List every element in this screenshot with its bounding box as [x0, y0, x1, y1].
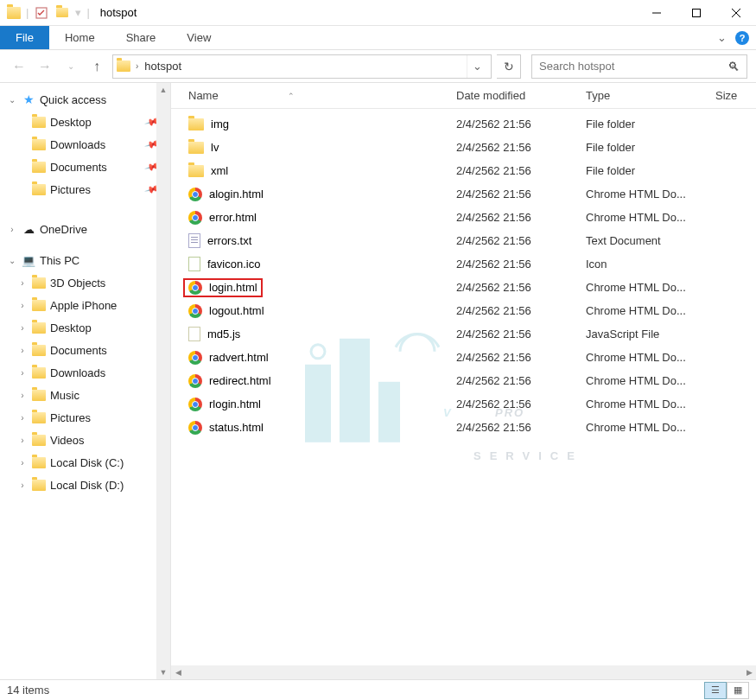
file-row[interactable]: xml2/4/2562 21:56File folder — [171, 159, 756, 182]
sidebar-label: This PC — [40, 254, 79, 267]
file-row[interactable]: errors.txt2/4/2562 21:56Text Document — [171, 229, 756, 252]
file-row[interactable]: md5.js2/4/2562 21:56JavaScript File — [171, 322, 756, 346]
txt-icon — [188, 233, 200, 248]
sidebar-item-pc[interactable]: ›Downloads — [0, 361, 170, 384]
search-input[interactable] — [539, 60, 727, 73]
sidebar-item-quick[interactable]: Documents📌 — [0, 156, 170, 178]
tab-view[interactable]: View — [171, 26, 226, 49]
file-type: File folder — [586, 164, 715, 177]
folder-icon — [32, 277, 46, 289]
folder-icon — [32, 300, 46, 311]
sidebar-scrollbar[interactable]: ▲ ▼ — [156, 83, 170, 679]
sidebar-item-quick[interactable]: Pictures📌 — [0, 178, 170, 200]
file-row[interactable]: lv2/4/2562 21:56File folder — [171, 136, 756, 159]
qat-newfolder-icon[interactable] — [54, 5, 70, 21]
back-button[interactable]: ← — [9, 56, 29, 77]
details-view-button[interactable]: ☰ — [704, 682, 727, 699]
file-type: Chrome HTML Do... — [586, 351, 715, 364]
sidebar-item-pc[interactable]: ›Music — [0, 384, 170, 406]
folder-icon — [188, 118, 204, 130]
sidebar-item-pc[interactable]: ›Local Disk (C:) — [0, 451, 170, 474]
breadcrumb[interactable]: hotspot — [142, 60, 184, 73]
ribbon: File Home Share View ⌄ ? — [0, 26, 756, 50]
sidebar-item-pc[interactable]: ›Apple iPhone — [0, 294, 170, 316]
refresh-button[interactable]: ↻ — [497, 54, 521, 79]
sidebar-label: OneDrive — [40, 223, 87, 236]
search-box[interactable]: 🔍︎ — [531, 54, 747, 79]
sidebar-item-onedrive[interactable]: › ☁ OneDrive — [0, 218, 170, 240]
file-row[interactable]: status.html2/4/2562 21:56Chrome HTML Do.… — [171, 416, 756, 439]
folder-icon — [32, 345, 46, 356]
sidebar-label: Quick access — [40, 93, 106, 106]
file-row[interactable]: alogin.html2/4/2562 21:56Chrome HTML Do.… — [171, 182, 756, 206]
sidebar-item-quick[interactable]: Desktop📌 — [0, 111, 170, 133]
chrome-icon — [188, 211, 202, 225]
file-row[interactable]: error.html2/4/2562 21:56Chrome HTML Do..… — [171, 206, 756, 229]
chevron-right-icon: › — [17, 413, 28, 423]
js-icon — [188, 327, 200, 341]
sidebar-item-quick-access[interactable]: ⌄ ★ Quick access — [0, 88, 170, 111]
maximize-button[interactable] — [677, 0, 716, 26]
sidebar-item-pc[interactable]: ›Videos — [0, 429, 170, 451]
sidebar-label: Documents — [50, 344, 107, 357]
file-name: status.html — [209, 421, 264, 434]
sidebar-label: Local Disk (D:) — [50, 479, 124, 492]
ribbon-collapse-icon[interactable]: ⌄ — [717, 31, 727, 44]
icons-view-button[interactable]: ▦ — [727, 682, 749, 699]
file-date: 2/4/2562 21:56 — [456, 328, 586, 340]
sidebar-item-pc[interactable]: ›Local Disk (D:) — [0, 474, 170, 496]
sidebar-item-pc[interactable]: ›Pictures — [0, 406, 170, 429]
sidebar-item-this-pc[interactable]: ⌄ 💻 This PC — [0, 249, 170, 271]
sidebar-item-pc[interactable]: ›3D Objects — [0, 271, 170, 294]
file-row[interactable]: favicon.ico2/4/2562 21:56Icon — [171, 252, 756, 276]
file-row[interactable]: redirect.html2/4/2562 21:56Chrome HTML D… — [171, 369, 756, 392]
address-dropdown-icon[interactable]: ⌄ — [467, 55, 487, 78]
svg-rect-2 — [693, 9, 701, 16]
chevron-down-icon: ⌄ — [7, 256, 17, 265]
sidebar-item-quick[interactable]: Downloads📌 — [0, 133, 170, 156]
search-icon[interactable]: 🔍︎ — [727, 60, 740, 73]
chrome-icon — [188, 351, 202, 365]
up-button[interactable]: ↑ — [86, 56, 107, 77]
file-tab[interactable]: File — [0, 26, 49, 49]
navigation-bar: ← → ⌄ ↑ › hotspot ⌄ ↻ 🔍︎ — [0, 50, 756, 83]
address-bar[interactable]: › hotspot ⌄ — [112, 54, 492, 79]
folder-icon — [32, 390, 46, 401]
title-bar: | ▾ | hotspot — [0, 0, 756, 26]
sidebar-label: Downloads — [50, 138, 105, 151]
ico-icon — [188, 257, 200, 271]
file-name: logout.html — [209, 304, 264, 317]
file-type: Chrome HTML Do... — [586, 211, 715, 224]
chrome-icon — [188, 281, 202, 295]
sidebar-item-pc[interactable]: ›Desktop — [0, 316, 170, 339]
file-row[interactable]: radvert.html2/4/2562 21:56Chrome HTML Do… — [171, 346, 756, 369]
folder-icon — [32, 322, 46, 334]
sort-asc-icon: ⌃ — [288, 92, 295, 100]
chevron-right-icon: › — [7, 225, 17, 234]
highlight-box: login.html — [183, 278, 263, 297]
horizontal-scrollbar[interactable]: ◀ ▶ — [171, 665, 756, 679]
sidebar-item-pc[interactable]: ›Documents — [0, 339, 170, 361]
column-header-size[interactable]: Size — [715, 89, 756, 102]
chevron-right-icon[interactable]: › — [136, 61, 138, 71]
column-header-type[interactable]: Type — [586, 89, 715, 102]
file-name: redirect.html — [209, 374, 271, 387]
help-icon[interactable]: ? — [735, 31, 749, 45]
qat-properties-icon[interactable] — [34, 5, 49, 21]
file-row[interactable]: logout.html2/4/2562 21:56Chrome HTML Do.… — [171, 299, 756, 322]
tab-share[interactable]: Share — [111, 26, 172, 49]
chevron-right-icon: › — [17, 458, 28, 468]
sidebar-label: Apple iPhone — [50, 299, 117, 312]
tab-home[interactable]: Home — [49, 26, 111, 49]
close-button[interactable] — [716, 0, 756, 26]
column-header-date[interactable]: Date modified — [456, 89, 586, 102]
forward-button[interactable]: → — [35, 56, 55, 77]
window-icon[interactable] — [7, 7, 21, 19]
recent-dropdown-icon[interactable]: ⌄ — [60, 56, 81, 77]
file-row[interactable]: img2/4/2562 21:56File folder — [171, 112, 756, 136]
file-row[interactable]: login.html2/4/2562 21:56Chrome HTML Do..… — [171, 276, 756, 299]
column-header-name[interactable]: Name⌃ — [188, 89, 456, 102]
minimize-button[interactable] — [637, 0, 677, 26]
sidebar-label: Music — [50, 389, 79, 402]
file-row[interactable]: rlogin.html2/4/2562 21:56Chrome HTML Do.… — [171, 392, 756, 416]
